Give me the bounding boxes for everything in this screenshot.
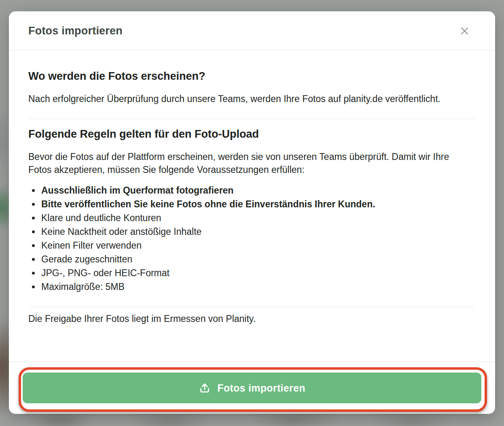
approval-note: Die Freigabe Ihrer Fotos liegt im Ermess…: [28, 312, 465, 325]
section-heading-where: Wo werden die Fotos erscheinen?: [28, 70, 476, 83]
modal-body: Wo werden die Fotos erscheinen? Nach erf…: [9, 51, 495, 362]
rule-item: Ausschließlich im Querformat fotografier…: [40, 183, 476, 197]
rule-item: Klare und deutliche Konturen: [40, 211, 476, 225]
close-button[interactable]: [457, 23, 472, 39]
section-heading-rules: Folgende Regeln gelten für den Foto-Uplo…: [28, 128, 476, 141]
upload-icon: [199, 382, 211, 394]
rule-item: Bitte veröffentlichen Sie keine Fotos oh…: [40, 197, 476, 211]
modal-title: Fotos importieren: [28, 25, 123, 37]
modal-footer: Fotos importieren: [9, 362, 495, 414]
rule-item: JPG-, PNG- oder HEIC-Format: [40, 266, 476, 280]
modal-header: Fotos importieren: [9, 11, 495, 51]
rule-item: Maximalgröße: 5MB: [40, 280, 476, 294]
divider: [28, 119, 476, 119]
import-button-label: Fotos importieren: [217, 382, 305, 394]
section-text-where: Nach erfolgreicher Überprüfung durch uns…: [28, 92, 465, 105]
section-text-rules: Bevor die Fotos auf der Plattform ersche…: [28, 150, 465, 176]
divider: [28, 307, 476, 307]
rules-list: Ausschließlich im Querformat fotografier…: [28, 183, 476, 294]
rule-item: Keinen Filter verwenden: [40, 239, 476, 252]
rule-item: Keine Nacktheit oder anstößige Inhalte: [40, 225, 476, 239]
screen: Fotos importieren Wo werden die Fotos er…: [0, 0, 504, 426]
import-photos-button[interactable]: Fotos importieren: [23, 373, 481, 403]
import-photos-modal: Fotos importieren Wo werden die Fotos er…: [9, 11, 495, 414]
close-icon: [459, 32, 470, 38]
rule-item: Gerade zugeschnitten: [40, 252, 476, 266]
